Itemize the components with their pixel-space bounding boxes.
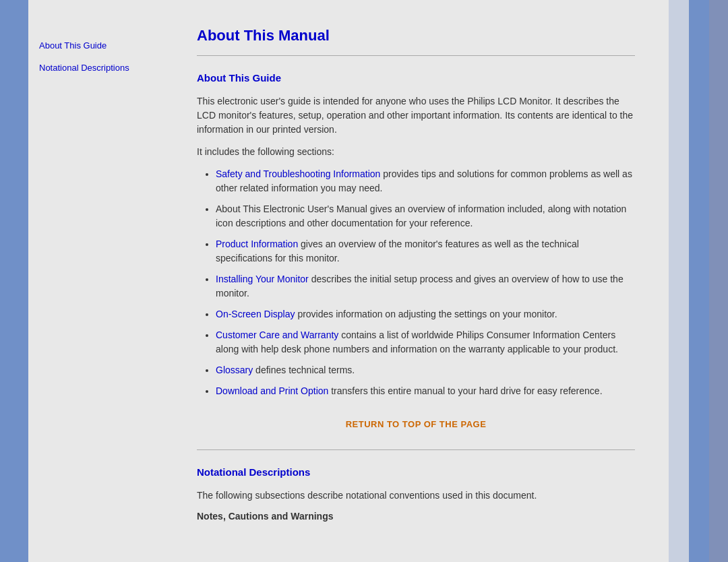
far-right-bar bbox=[709, 0, 728, 562]
right-blue-bar bbox=[689, 0, 709, 562]
installing-monitor-link[interactable]: Installing Your Monitor bbox=[216, 274, 309, 284]
about-guide-bullet-list: Safety and Troubleshooting Information p… bbox=[197, 167, 635, 398]
sidebar-item-about-guide[interactable]: About This Guide bbox=[39, 40, 162, 51]
about-guide-para1: This electronic user's guide is intended… bbox=[197, 94, 635, 137]
list-item: On-Screen Display provides information o… bbox=[216, 307, 635, 321]
notational-title: Notational Descriptions bbox=[197, 466, 635, 478]
list-item: About This Electronic User's Manual give… bbox=[216, 202, 635, 230]
notational-bold: Notes, Cautions and Warnings bbox=[197, 511, 635, 522]
about-guide-title: About This Guide bbox=[197, 72, 635, 84]
sidebar-item-notational[interactable]: Notational Descriptions bbox=[39, 63, 162, 73]
about-guide-para2: It includes the following sections: bbox=[197, 145, 635, 159]
list-item: Safety and Troubleshooting Information p… bbox=[216, 167, 635, 195]
notational-section: Notational Descriptions The following su… bbox=[197, 466, 635, 522]
list-item: Installing Your Monitor describes the in… bbox=[216, 272, 635, 301]
customer-care-link[interactable]: Customer Care and Warranty bbox=[216, 330, 338, 340]
page-title: About This Manual bbox=[197, 27, 635, 44]
download-print-link[interactable]: Download and Print Option bbox=[216, 385, 328, 396]
bottom-divider bbox=[197, 449, 635, 450]
about-guide-section: About This Guide This electronic user's … bbox=[197, 72, 635, 398]
list-item: Glossary defines technical terms. bbox=[216, 363, 635, 377]
notational-para: The following subsections describe notat… bbox=[197, 489, 635, 503]
list-item: Customer Care and Warranty contains a li… bbox=[216, 328, 635, 356]
top-divider bbox=[197, 55, 635, 56]
sidebar: About This Guide Notational Descriptions bbox=[28, 0, 170, 562]
glossary-link[interactable]: Glossary bbox=[216, 365, 253, 375]
main-content: About This Manual About This Guide This … bbox=[170, 0, 669, 562]
right-border-outer bbox=[669, 0, 709, 562]
list-item: Download and Print Option transfers this… bbox=[216, 384, 635, 398]
osd-link[interactable]: On-Screen Display bbox=[216, 309, 295, 319]
list-item: Product Information gives an overview of… bbox=[216, 237, 635, 266]
return-to-top-link[interactable]: RETURN TO TOP OF THE PAGE bbox=[346, 419, 487, 429]
safety-link[interactable]: Safety and Troubleshooting Information bbox=[216, 168, 380, 179]
product-info-link[interactable]: Product Information bbox=[216, 239, 298, 249]
left-blue-border bbox=[0, 0, 28, 562]
return-to-top-container: RETURN TO TOP OF THE PAGE bbox=[197, 418, 635, 429]
